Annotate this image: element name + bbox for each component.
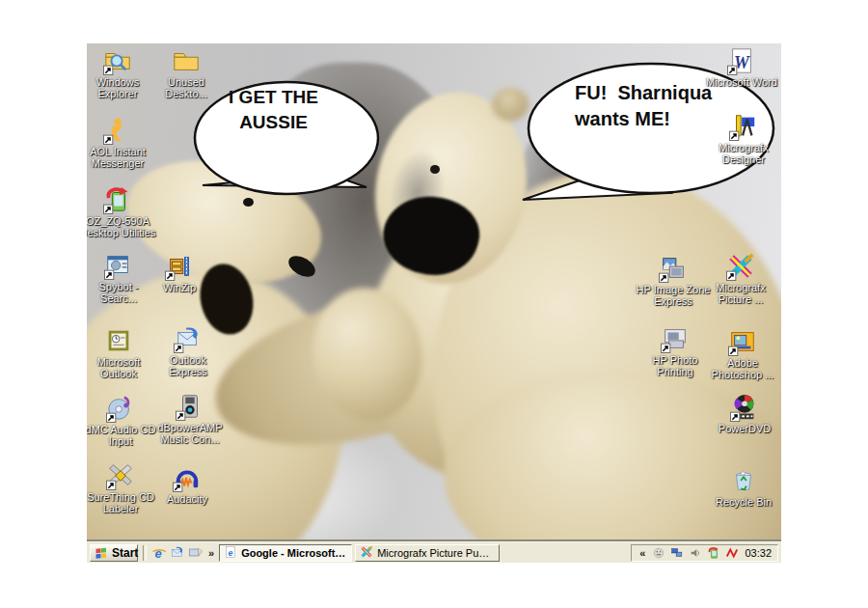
tray-network-monitor-icon[interactable]: [724, 545, 739, 560]
desktop-icon-outlook-express[interactable]: OutlookExpress: [148, 324, 229, 377]
desktop-icon-aol-instant-messenger[interactable]: AOL InstantMessenger: [87, 116, 158, 169]
desktop-icon-label: AdobePhotoshop ...: [702, 357, 781, 380]
desktop-icon-dbpoweramp[interactable]: dBpowerAMPMusic Con...: [149, 392, 231, 445]
tray-collapse-chevron[interactable]: «: [637, 547, 647, 559]
surething-cd-labeler-icon: [106, 461, 135, 490]
task-button-2[interactable]: Micrografx Picture Publis...: [355, 544, 500, 562]
desktop-icon-label: UnusedDeskto...: [146, 76, 227, 99]
start-button-label: Start: [112, 546, 138, 560]
tray-messenger-status-icon[interactable]: [651, 545, 665, 560]
desktop-icon-label: AOL InstantMessenger: [87, 146, 158, 169]
tray-network-icon[interactable]: [669, 545, 684, 560]
quick-launch-overflow-chevron[interactable]: »: [206, 547, 216, 559]
desktop-icons-layer: WindowsExplorerUnusedDeskto...AOL Instan…: [87, 43, 781, 563]
system-tray: « 03:32: [631, 544, 778, 562]
audacity-icon: [173, 463, 202, 492]
hp-photo-printing-icon: [661, 324, 690, 353]
desktop-icon-label: Microsoft Word: [701, 76, 781, 88]
spybot-icon: [104, 251, 133, 280]
dmc-audio-cd-input-icon: [106, 394, 135, 423]
oz-desktop-utilities-icon: [103, 185, 132, 214]
tray-icons: [651, 545, 739, 560]
unused-desktop-icon: [172, 46, 201, 75]
desktop-icon-label: MicrografxPicture ...: [700, 282, 781, 305]
desktop-wallpaper: I GET THE AUSSIE FU! Sharniqua wants ME!…: [87, 43, 781, 563]
winzip-icon: [165, 252, 194, 281]
task-button-1[interactable]: eGoogle - Microsoft Int...: [219, 544, 352, 562]
desktop-icon-oz-desktop-utilities[interactable]: OZ_ZQ-590ADesktop Utilities: [87, 185, 158, 238]
aol-instant-messenger-icon: [103, 116, 132, 145]
task-button-label: Google - Microsoft Int...: [241, 547, 347, 559]
start-button[interactable]: Start: [90, 544, 138, 562]
tray-device-sync-icon[interactable]: [706, 545, 720, 560]
quick-launch-bar: e: [151, 545, 203, 561]
windows-explorer-icon: [103, 46, 132, 75]
desktop-icon-micrografx-picture[interactable]: MicrografxPicture ...: [700, 252, 781, 305]
desktop-icon-audacity[interactable]: Audacity: [147, 463, 228, 505]
desktop-icon-microsoft-word[interactable]: WMicrosoft Word: [701, 46, 781, 88]
iePage-icon: e: [224, 545, 237, 561]
desktop-icon-label: PowerDVD: [704, 423, 781, 434]
hp-image-zone-express-icon: [659, 254, 688, 283]
micrografx-picture-icon: [726, 252, 755, 281]
desktop-icon-label: WinZip: [139, 282, 220, 293]
task-button-label: Micrografx Picture Publis...: [377, 547, 495, 559]
microsoft-word-icon: W: [727, 46, 756, 75]
taskbar: Start e » eGoogle - Microsoft Int...Micr…: [87, 541, 781, 563]
taskbar-divider: [143, 545, 147, 561]
taskbar-clock[interactable]: 03:32: [745, 547, 772, 559]
desktop-icon-micrografx-designer[interactable]: MicrografxDesigner: [703, 112, 781, 165]
microsoft-outlook-icon: [104, 326, 133, 355]
svg-text:e: e: [154, 545, 161, 560]
windows-flag-icon: [94, 545, 109, 561]
desktop-icon-powerdvd[interactable]: PowerDVD: [704, 393, 781, 434]
desktop-icon-label: MicrografxDesigner: [703, 142, 781, 165]
desktop-icon-label: OutlookExpress: [148, 354, 229, 377]
quick-launch-show-desktop[interactable]: [188, 545, 203, 561]
desktop-icon-recycle-bin[interactable]: Recycle Bin: [703, 466, 781, 508]
micrografx-designer-icon: [729, 112, 758, 141]
svg-text:e: e: [229, 547, 233, 557]
tray-volume-icon[interactable]: [688, 545, 702, 560]
desktop-icon-label: dBpowerAMPMusic Con...: [149, 422, 231, 445]
recycle-bin-icon: [729, 466, 758, 495]
quick-launch-internet-explorer[interactable]: e: [151, 545, 167, 561]
page-canvas: { "colors": { "taskbar_bg": "#ece9d8", "…: [0, 0, 868, 608]
outlook-express-icon: [174, 324, 203, 353]
desktop-icon-winzip[interactable]: WinZip: [139, 252, 220, 293]
desktop-icon-label: Recycle Bin: [703, 496, 781, 508]
task-buttons: eGoogle - Microsoft Int...Micrografx Pic…: [219, 544, 500, 562]
desktop-icon-unused-desktop[interactable]: UnusedDeskto...: [146, 46, 227, 99]
desktop-icon-label: OZ_ZQ-590ADesktop Utilities: [87, 215, 158, 238]
quick-launch-outlook-express[interactable]: [170, 545, 185, 561]
filmX-icon: [360, 545, 373, 561]
powerdvd-icon: [730, 393, 759, 422]
desktop-icon-label: Audacity: [147, 493, 228, 505]
desktop-icon-adobe-photoshop[interactable]: AdobePhotoshop ...: [702, 327, 781, 380]
adobe-photoshop-icon: [728, 327, 757, 356]
dbpoweramp-icon: [176, 392, 204, 421]
